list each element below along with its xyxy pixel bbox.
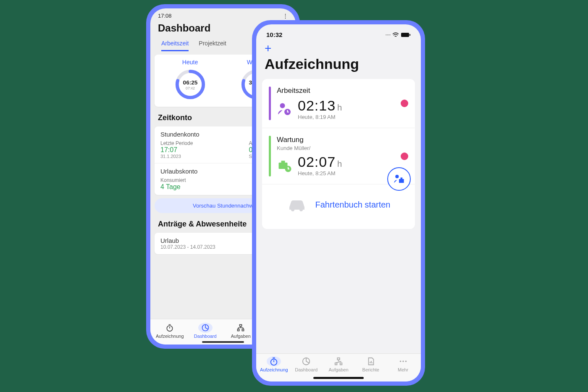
svg-point-28: [395, 175, 399, 178]
tab-arbeitszeit[interactable]: Arbeitszeit: [161, 37, 189, 51]
svg-rect-14: [242, 329, 244, 331]
svg-point-45: [405, 360, 407, 362]
nav-mehr[interactable]: Mehr: [387, 356, 419, 372]
svg-rect-29: [399, 179, 404, 183]
screen: 10:32 ···· + Aufzeichnung Arbeitszeit 02…: [256, 24, 421, 381]
svg-point-43: [399, 360, 401, 362]
svg-point-21: [280, 103, 285, 108]
home-indicator: [313, 377, 364, 379]
stopwatch-icon: [267, 356, 281, 366]
status-bar: 10:32 ····: [256, 24, 421, 41]
letzte-periode: Letzte Periode 17:07 31.1.2023: [160, 140, 193, 159]
nav-dashboard[interactable]: Dashboard: [188, 323, 223, 339]
switch-fab[interactable]: [387, 167, 411, 191]
record-indicator-icon: [401, 153, 408, 160]
accent-bar: [269, 87, 271, 120]
person-briefcase-icon: [393, 173, 405, 185]
car-icon: [287, 197, 307, 212]
nav-aufzeichnung[interactable]: Aufzeichnung: [152, 323, 188, 339]
phone-ios: 10:32 ···· + Aufzeichnung Arbeitszeit 02…: [252, 20, 425, 386]
record-indicator-icon: [401, 100, 408, 107]
svg-rect-12: [240, 325, 242, 326]
nav-aufgaben[interactable]: Aufgaben: [323, 356, 355, 372]
more-icon: [398, 356, 408, 366]
gauge-ring-icon: 06:25 07:42: [174, 68, 207, 101]
stopwatch-icon: [165, 323, 175, 333]
page-title: Aufzeichnung: [256, 56, 421, 76]
piechart-icon: [301, 356, 311, 366]
briefcase-clock-icon: [277, 158, 292, 173]
svg-rect-20: [410, 34, 410, 36]
svg-rect-35: [337, 358, 340, 360]
svg-rect-19: [401, 33, 409, 37]
nav-dashboard[interactable]: Dashboard: [290, 356, 323, 372]
status-time: 17:08: [158, 13, 172, 19]
org-icon: [333, 356, 344, 366]
person-clock-icon: [277, 101, 292, 116]
nav-berichte[interactable]: Berichte: [354, 356, 387, 372]
recordings-card: Arbeitszeit 02:13h Heute, 8:19 AM Wartun…: [262, 79, 415, 229]
piechart-icon: [198, 323, 213, 333]
status-bar: 17:08 ⋮: [150, 8, 296, 21]
org-icon: [236, 323, 246, 333]
svg-text:06:25: 06:25: [183, 79, 197, 86]
add-button[interactable]: +: [256, 41, 421, 56]
status-time: 10:32: [266, 31, 282, 38]
status-icons: ····: [386, 31, 411, 38]
fahrtenbuch-row[interactable]: Fahrtenbuch starten: [262, 184, 415, 229]
svg-rect-37: [340, 363, 342, 365]
svg-rect-24: [281, 161, 285, 163]
svg-rect-30: [401, 178, 403, 179]
accent-bar: [269, 136, 271, 176]
status-icons: ⋮: [283, 13, 288, 19]
gauge-heute[interactable]: Heute 06:25 07:42: [174, 59, 207, 103]
nav-aufzeichnung[interactable]: Aufzeichnung: [258, 356, 290, 372]
svg-point-27: [299, 208, 303, 211]
svg-point-44: [402, 360, 404, 362]
entry-arbeitszeit[interactable]: Arbeitszeit 02:13h Heute, 8:19 AM: [262, 79, 415, 128]
urlaubskonto-label: Urlaubskonto: [160, 168, 197, 175]
home-indicator: [202, 341, 244, 343]
svg-rect-13: [238, 329, 239, 331]
wifi-icon: [392, 32, 399, 37]
svg-text:07:42: 07:42: [186, 86, 195, 90]
svg-point-26: [291, 208, 294, 211]
battery-icon: [401, 32, 411, 37]
konsumiert: Konsumiert 4 Tage: [160, 177, 186, 191]
svg-point-31: [271, 359, 277, 366]
tab-projektzeit[interactable]: Projektzeit: [199, 37, 226, 51]
report-icon: [366, 356, 376, 366]
